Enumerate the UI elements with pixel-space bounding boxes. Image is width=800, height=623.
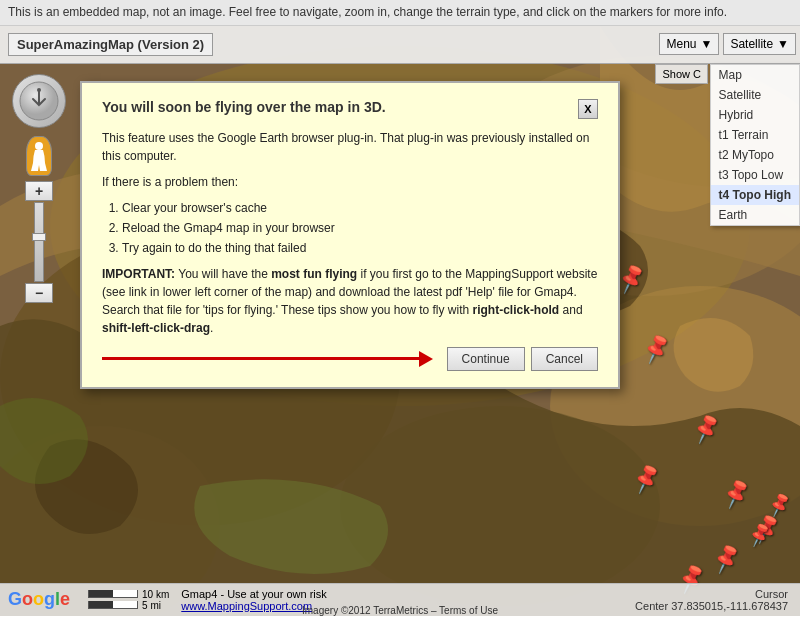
cancel-button[interactable]: Cancel [531, 347, 598, 371]
shift-click-text: shift-left-click-drag [102, 321, 210, 335]
modal-step-3: Try again to do the thing that failed [122, 239, 598, 257]
modal-step-2: Reload the Gmap4 map in your browser [122, 219, 598, 237]
modal-steps-list: Clear your browser's cache Reload the Gm… [122, 199, 598, 257]
map-container[interactable]: SuperAmazingMap (Version 2) Menu ▼ Satel… [0, 26, 800, 616]
important-prefix: IMPORTANT: [102, 267, 175, 281]
top-banner: This is an embedded map, not an image. F… [0, 0, 800, 26]
continue-arrow [102, 351, 433, 367]
modal-step-1: Clear your browser's cache [122, 199, 598, 217]
modal-close-button[interactable]: X [578, 99, 598, 119]
most-fun-text: most fun flying [271, 267, 357, 281]
modal-header: You will soon be flying over the map in … [102, 99, 598, 119]
arrow-head [419, 351, 433, 367]
modal-para1: This feature uses the Google Earth brows… [102, 129, 598, 165]
banner-text: This is an embedded map, not an image. F… [8, 5, 727, 19]
modal-dialog: You will soon be flying over the map in … [80, 81, 620, 389]
modal-if-problem: If there is a problem then: [102, 173, 598, 191]
modal-footer: Continue Cancel [102, 347, 598, 371]
modal-overlay: You will soon be flying over the map in … [0, 26, 800, 616]
right-click-text: right-click-hold [473, 303, 560, 317]
arrow-line [102, 357, 419, 360]
modal-important: IMPORTANT: You will have the most fun fl… [102, 265, 598, 337]
modal-title: You will soon be flying over the map in … [102, 99, 386, 115]
modal-body: This feature uses the Google Earth brows… [102, 129, 598, 337]
continue-button[interactable]: Continue [447, 347, 525, 371]
